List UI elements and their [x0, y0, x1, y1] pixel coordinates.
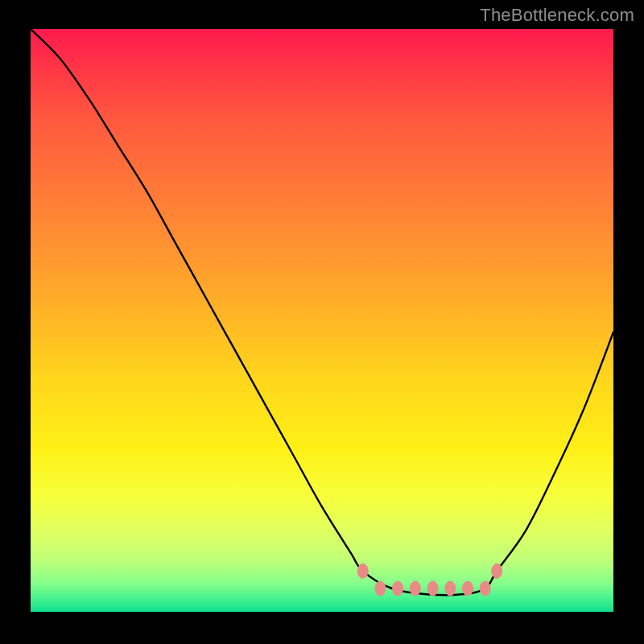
curve-layer — [31, 29, 613, 612]
marker-dot — [480, 581, 490, 596]
marker-dot — [445, 581, 456, 596]
marker-dot — [463, 581, 473, 596]
marker-dot — [375, 581, 386, 596]
marker-dot — [410, 581, 420, 596]
optimal-zone-markers — [357, 564, 502, 596]
marker-dot — [393, 581, 403, 596]
marker-dot — [427, 581, 438, 596]
chart-stage: TheBottleneck.com — [0, 0, 644, 644]
marker-dot — [492, 564, 502, 578]
watermark-text: TheBottleneck.com — [480, 5, 634, 26]
marker-dot — [357, 564, 368, 578]
plot-area — [31, 29, 613, 612]
bottleneck-curve — [31, 29, 613, 595]
